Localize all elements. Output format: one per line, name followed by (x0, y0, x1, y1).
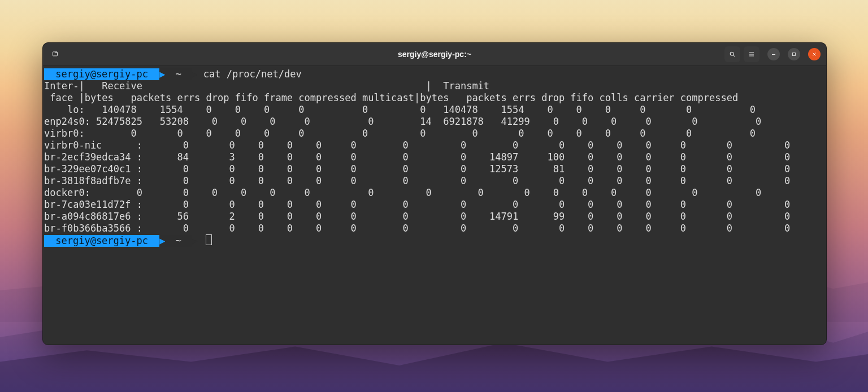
minimize-icon (770, 51, 777, 58)
search-button[interactable] (724, 46, 740, 62)
terminal-body[interactable]: sergiy@sergiy-pc ▶ ~ ▶ cat /proc/net/dev… (43, 66, 826, 345)
window-close-button[interactable] (808, 48, 821, 60)
svg-rect-0 (53, 52, 57, 56)
terminal-output[interactable]: sergiy@sergiy-pc ▶ ~ ▶ cat /proc/net/dev… (44, 68, 826, 247)
close-icon (811, 51, 818, 58)
desktop-wallpaper: sergiy@sergiy-pc:~ (0, 0, 868, 392)
window-minimize-button[interactable] (767, 48, 780, 60)
new-tab-icon (51, 50, 59, 58)
svg-point-3 (730, 52, 734, 55)
prompt-cwd: ~ (165, 235, 192, 247)
terminal-window: sergiy@sergiy-pc:~ (42, 42, 827, 345)
prompt-userhost: sergiy@sergiy-pc (44, 235, 159, 247)
svg-rect-9 (793, 53, 796, 56)
hamburger-menu-button[interactable] (744, 46, 760, 62)
prompt-cwd: ~ (165, 68, 192, 80)
prompt-userhost: sergiy@sergiy-pc (44, 68, 159, 80)
maximize-icon (791, 51, 797, 58)
hamburger-icon (748, 50, 756, 58)
window-titlebar[interactable]: sergiy@sergiy-pc:~ (43, 43, 826, 66)
terminal-cursor (206, 234, 212, 245)
terminal-scroll[interactable]: sergiy@sergiy-pc ▶ ~ ▶ cat /proc/net/dev… (43, 66, 826, 345)
window-title: sergiy@sergiy-pc:~ (43, 50, 826, 59)
svg-line-4 (733, 55, 735, 56)
new-tab-button[interactable] (47, 46, 63, 62)
entered-command: cat /proc/net/dev (203, 68, 302, 80)
window-maximize-button[interactable] (788, 48, 800, 60)
search-icon (728, 50, 736, 58)
